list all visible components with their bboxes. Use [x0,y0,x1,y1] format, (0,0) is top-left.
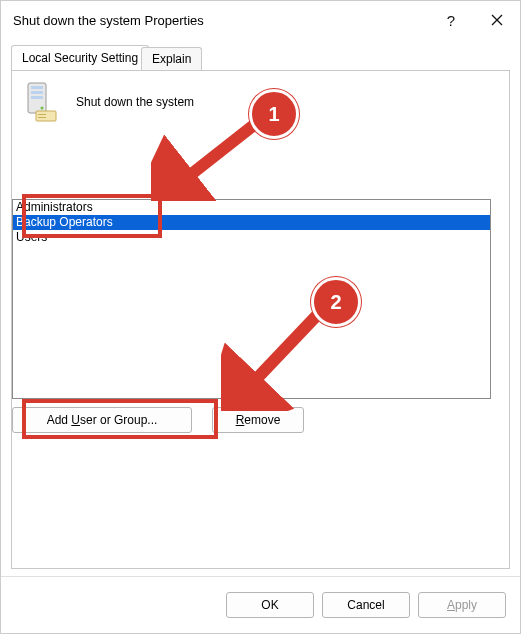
tab-local-security-setting[interactable]: Local Security Setting [11,45,149,71]
svg-rect-6 [38,114,46,115]
principals-listbox[interactable]: Administrators Backup Operators Users [12,199,491,399]
svg-rect-5 [36,111,56,121]
titlebar: Shut down the system Properties ? [1,1,520,39]
ok-button[interactable]: OK [226,592,314,618]
window-title: Shut down the system Properties [13,13,428,28]
svg-rect-3 [31,96,43,99]
svg-rect-1 [31,86,43,89]
policy-title: Shut down the system [76,95,194,109]
tabstrip: Local Security Setting Explain [11,45,510,71]
tab-explain[interactable]: Explain [141,47,202,71]
svg-rect-2 [31,91,43,94]
close-icon [491,14,503,26]
server-icon [24,81,58,123]
content-area: Local Security Setting Explain Shut do [11,45,510,569]
policy-header: Shut down the system [24,81,194,123]
list-item[interactable]: Administrators [13,200,490,215]
apply-button[interactable]: Apply [418,592,506,618]
svg-point-4 [41,107,44,110]
list-button-row: Add User or Group... Remove [12,407,304,433]
remove-button[interactable]: Remove [212,407,304,433]
dialog-button-bar: OK Cancel Apply [1,576,520,633]
help-button[interactable]: ? [428,1,474,39]
add-user-or-group-button[interactable]: Add User or Group... [12,407,192,433]
cancel-button[interactable]: Cancel [322,592,410,618]
close-button[interactable] [474,1,520,39]
tab-label: Local Security Setting [22,51,138,65]
tab-panel: Shut down the system Administrators Back… [11,70,510,569]
svg-rect-7 [38,117,46,118]
list-item[interactable]: Users [13,230,490,245]
tab-label: Explain [152,52,191,66]
dialog-window: Shut down the system Properties ? Local … [0,0,521,634]
list-item[interactable]: Backup Operators [13,215,490,230]
